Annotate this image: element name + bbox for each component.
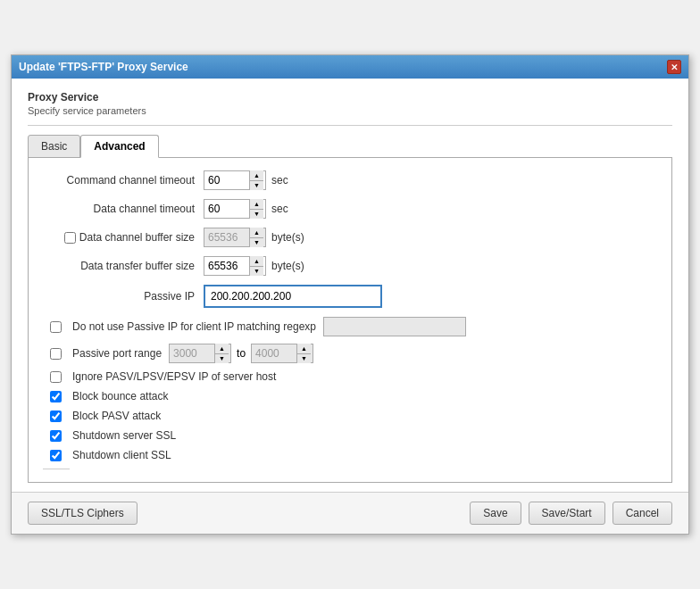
command-channel-timeout-input[interactable] xyxy=(204,171,249,189)
data-channel-buffer-down[interactable]: ▼ xyxy=(250,238,263,248)
shutdown-client-ssl-checkbox[interactable] xyxy=(50,450,62,461)
data-channel-buffer-label: Data channel buffer size xyxy=(79,231,195,244)
data-transfer-buffer-label: Data transfer buffer size xyxy=(43,260,204,272)
passive-port-range-row: Passive port range ▲ ▼ to ▲ ▼ xyxy=(50,344,657,363)
passive-port-to-input[interactable] xyxy=(252,344,296,362)
data-channel-buffer-spinner-buttons: ▲ ▼ xyxy=(249,228,263,247)
block-bounce-checkbox[interactable] xyxy=(50,391,62,402)
data-channel-timeout-label: Data channel timeout xyxy=(43,203,204,215)
passive-ip-label: Passive IP xyxy=(43,290,204,303)
shutdown-server-ssl-row: Shutdown server SSL xyxy=(50,429,657,442)
command-channel-timeout-label: Command channel timeout xyxy=(43,174,204,187)
block-bounce-row: Block bounce attack xyxy=(50,390,657,402)
block-pasv-checkbox[interactable] xyxy=(50,411,62,422)
command-channel-timeout-up[interactable]: ▲ xyxy=(250,170,263,181)
passive-port-from-spinner[interactable]: ▲ ▼ xyxy=(169,344,231,363)
passive-port-to-spinner-buttons: ▲ ▼ xyxy=(296,344,311,363)
block-bounce-label: Block bounce attack xyxy=(72,390,168,402)
do-not-use-passive-row: Do not use Passive IP for client IP matc… xyxy=(50,317,657,336)
passive-port-to-up[interactable]: ▲ xyxy=(297,344,311,354)
close-button[interactable]: ✕ xyxy=(667,60,681,74)
passive-port-to-spinner[interactable]: ▲ ▼ xyxy=(251,344,313,363)
passive-port-from-up[interactable]: ▲ xyxy=(215,344,229,354)
data-channel-buffer-checkbox[interactable] xyxy=(64,232,76,244)
command-channel-timeout-row: Command channel timeout ▲ ▼ sec xyxy=(43,170,657,190)
bottom-bar: SSL/TLS Ciphers Save Save/Start Cancel xyxy=(12,492,688,534)
shutdown-client-ssl-label: Shutdown client SSL xyxy=(72,449,171,461)
tab-content-advanced: Command channel timeout ▲ ▼ sec Data cha… xyxy=(28,157,672,483)
data-channel-buffer-row: Data channel buffer size ▲ ▼ byte(s) xyxy=(43,228,657,247)
passive-port-from-down[interactable]: ▼ xyxy=(215,354,229,364)
dialog-body: Proxy Service Specify service parameters… xyxy=(12,79,688,492)
data-channel-timeout-unit: sec xyxy=(271,203,288,215)
tab-basic[interactable]: Basic xyxy=(28,135,80,158)
tab-advanced[interactable]: Advanced xyxy=(80,135,158,158)
tabs: Basic Advanced xyxy=(28,135,672,158)
data-channel-buffer-unit: byte(s) xyxy=(271,231,304,244)
passive-port-from-spinner-buttons: ▲ ▼ xyxy=(214,344,229,363)
data-transfer-buffer-spinner-buttons: ▲ ▼ xyxy=(249,256,263,276)
command-channel-timeout-spinner-buttons: ▲ ▼ xyxy=(249,170,263,190)
cancel-button[interactable]: Cancel xyxy=(612,502,672,525)
command-channel-timeout-spinner[interactable]: ▲ ▼ xyxy=(204,170,266,190)
save-start-button[interactable]: Save/Start xyxy=(529,502,605,525)
passive-port-range-checkbox[interactable] xyxy=(50,348,62,360)
data-transfer-buffer-down[interactable]: ▼ xyxy=(250,267,263,277)
data-channel-timeout-spinner-buttons: ▲ ▼ xyxy=(249,199,263,219)
passive-regexp-input[interactable] xyxy=(323,317,466,336)
data-transfer-buffer-unit: byte(s) xyxy=(271,260,304,272)
passive-port-from-input[interactable] xyxy=(170,344,214,362)
passive-port-to-down[interactable]: ▼ xyxy=(297,354,311,364)
shutdown-server-ssl-label: Shutdown server SSL xyxy=(72,429,176,442)
data-transfer-buffer-spinner[interactable]: ▲ ▼ xyxy=(204,256,266,276)
data-channel-buffer-up[interactable]: ▲ xyxy=(250,228,263,238)
data-channel-buffer-input[interactable] xyxy=(204,228,249,246)
passive-ip-input[interactable] xyxy=(204,285,382,308)
to-label: to xyxy=(237,347,246,360)
section-title: Proxy Service xyxy=(28,91,672,104)
bottom-separator xyxy=(43,469,70,469)
block-pasv-label: Block PASV attack xyxy=(72,410,161,422)
passive-port-range-label: Passive port range xyxy=(72,347,162,360)
shutdown-server-ssl-checkbox[interactable] xyxy=(50,430,62,442)
data-channel-timeout-input[interactable] xyxy=(204,200,249,218)
data-channel-buffer-spinner[interactable]: ▲ ▼ xyxy=(204,228,266,247)
data-transfer-buffer-up[interactable]: ▲ xyxy=(250,256,263,267)
command-channel-timeout-unit: sec xyxy=(271,174,288,187)
data-channel-timeout-spinner[interactable]: ▲ ▼ xyxy=(204,199,266,219)
dialog-title: Update 'FTPS-FTP' Proxy Service xyxy=(19,61,188,73)
dialog: Update 'FTPS-FTP' Proxy Service ✕ Proxy … xyxy=(11,54,689,535)
save-button[interactable]: Save xyxy=(470,502,521,525)
title-bar: Update 'FTPS-FTP' Proxy Service ✕ xyxy=(12,55,688,79)
bottom-right-buttons: Save Save/Start Cancel xyxy=(470,502,672,525)
ssl-tls-ciphers-button[interactable]: SSL/TLS Ciphers xyxy=(28,502,138,525)
block-pasv-row: Block PASV attack xyxy=(50,410,657,422)
data-channel-timeout-up[interactable]: ▲ xyxy=(250,199,263,210)
ignore-pasv-label: Ignore PASV/LPSV/EPSV IP of server host xyxy=(72,370,276,383)
data-channel-timeout-row: Data channel timeout ▲ ▼ sec xyxy=(43,199,657,219)
divider xyxy=(28,125,672,126)
data-transfer-buffer-input[interactable] xyxy=(204,257,249,275)
passive-ip-row: Passive IP xyxy=(43,285,657,308)
do-not-use-passive-checkbox[interactable] xyxy=(50,321,62,333)
command-channel-timeout-down[interactable]: ▼ xyxy=(250,181,263,191)
data-transfer-buffer-row: Data transfer buffer size ▲ ▼ byte(s) xyxy=(43,256,657,276)
section-subtitle: Specify service parameters xyxy=(28,105,672,116)
shutdown-client-ssl-row: Shutdown client SSL xyxy=(50,449,657,461)
data-channel-timeout-down[interactable]: ▼ xyxy=(250,210,263,220)
ignore-pasv-checkbox[interactable] xyxy=(50,371,62,383)
do-not-use-passive-label: Do not use Passive IP for client IP matc… xyxy=(72,320,316,333)
ignore-pasv-row: Ignore PASV/LPSV/EPSV IP of server host xyxy=(50,370,657,383)
